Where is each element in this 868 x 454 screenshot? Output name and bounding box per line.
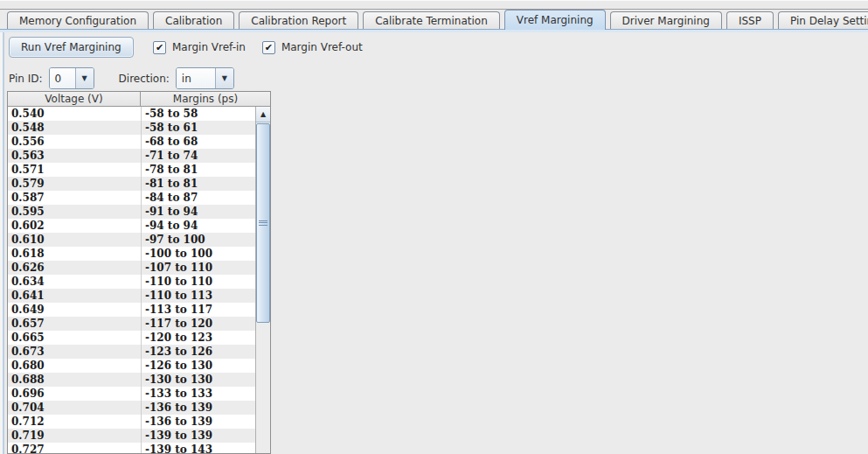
margins-cell: -130 to 130 (141, 373, 255, 387)
margins-cell: -126 to 130 (141, 359, 255, 373)
chevron-down-icon[interactable]: ▼ (75, 68, 94, 88)
window-top-strip (0, 0, 868, 10)
tab-vref-margining[interactable]: Vref Margining (504, 10, 606, 30)
voltage-cell: 0.657 (8, 317, 141, 331)
table-row[interactable]: 0.563-71 to 74 (8, 149, 255, 163)
table-row[interactable]: 0.657-117 to 120 (8, 317, 255, 331)
voltage-cell: 0.610 (8, 233, 141, 247)
voltage-cell: 0.540 (8, 107, 141, 121)
vertical-scrollbar[interactable]: ▲ (255, 107, 270, 453)
margins-cell: -58 to 61 (141, 121, 255, 135)
pin-id-label: Pin ID: (9, 73, 43, 85)
table-row[interactable]: 0.548-58 to 61 (8, 121, 255, 135)
margins-cell: -71 to 74 (141, 149, 255, 163)
checkbox-label: Margin Vref-out (281, 41, 363, 53)
table-row[interactable]: 0.602-94 to 94 (8, 219, 255, 233)
chevron-down-icon[interactable]: ▼ (215, 68, 233, 88)
table-rows: 0.540-58 to 580.548-58 to 610.556-68 to … (8, 107, 255, 453)
scroll-up-icon: ▲ (260, 110, 266, 118)
voltage-cell: 0.579 (8, 177, 141, 191)
table-row[interactable]: 0.641-110 to 113 (8, 289, 255, 303)
voltage-cell: 0.719 (8, 429, 141, 443)
margins-cell: -91 to 94 (141, 205, 255, 219)
tab-panel-highlight-line (0, 30, 868, 32)
scroll-up-button[interactable]: ▲ (256, 107, 270, 122)
margin-vref-in-checkbox[interactable]: ✔Margin Vref-in (153, 41, 246, 54)
direction-label: Direction: (119, 73, 170, 85)
pin-id-value: 0 (50, 68, 75, 88)
pin-id-select[interactable]: 0 ▼ (49, 67, 94, 89)
margins-table: Voltage (V) Margins (ps) 0.540-58 to 580… (7, 91, 271, 454)
direction-select[interactable]: in ▼ (176, 67, 234, 89)
scrollbar-thumb[interactable] (256, 123, 270, 323)
table-row[interactable]: 0.556-68 to 68 (8, 135, 255, 149)
margins-cell: -110 to 113 (141, 289, 255, 303)
margin-checkbox-group: ✔Margin Vref-in✔Margin Vref-out (153, 39, 363, 55)
tab-driver-margining[interactable]: Driver Margining (610, 11, 722, 30)
margins-cell: -133 to 133 (141, 387, 255, 401)
margins-cell: -68 to 68 (141, 135, 255, 149)
tab-issp[interactable]: ISSP (726, 11, 774, 30)
checkbox-checked-icon[interactable]: ✔ (262, 41, 275, 54)
voltage-cell: 0.649 (8, 303, 141, 317)
table-row[interactable]: 0.634-110 to 110 (8, 275, 255, 289)
voltage-cell: 0.673 (8, 345, 141, 359)
table-row[interactable]: 0.579-81 to 81 (8, 177, 255, 191)
tab-calibrate-termination[interactable]: Calibrate Termination (363, 11, 500, 30)
margins-cell: -58 to 58 (141, 107, 255, 121)
margins-cell: -139 to 139 (141, 429, 255, 443)
voltage-cell: 0.548 (8, 121, 141, 135)
column-header-voltage[interactable]: Voltage (V) (8, 92, 141, 106)
vref-margining-screen: Memory ConfigurationCalibrationCalibrati… (0, 0, 868, 454)
table-row[interactable]: 0.719-139 to 139 (8, 429, 255, 443)
margins-cell: -97 to 100 (141, 233, 255, 247)
voltage-cell: 0.602 (8, 219, 141, 233)
margins-cell: -120 to 123 (141, 331, 255, 345)
voltage-cell: 0.556 (8, 135, 141, 149)
table-row[interactable]: 0.712-136 to 139 (8, 415, 255, 429)
voltage-cell: 0.587 (8, 191, 141, 205)
table-row[interactable]: 0.610-97 to 100 (8, 233, 255, 247)
margins-cell: -139 to 143 (141, 443, 255, 453)
voltage-cell: 0.704 (8, 401, 141, 415)
table-row[interactable]: 0.665-120 to 123 (8, 331, 255, 345)
column-header-margins[interactable]: Margins (ps) (141, 92, 270, 106)
tab-calibration-report[interactable]: Calibration Report (239, 11, 358, 30)
tab-pin-delay-settings[interactable]: Pin Delay Settings (778, 11, 868, 30)
scrollbar-grip-icon (259, 220, 267, 227)
voltage-cell: 0.727 (8, 443, 141, 453)
table-row[interactable]: 0.727-139 to 143 (8, 443, 255, 453)
table-row[interactable]: 0.688-130 to 130 (8, 373, 255, 387)
voltage-cell: 0.665 (8, 331, 141, 345)
checkbox-checked-icon[interactable]: ✔ (153, 41, 166, 54)
voltage-cell: 0.688 (8, 373, 141, 387)
margins-cell: -94 to 94 (141, 219, 255, 233)
table-row[interactable]: 0.571-78 to 81 (8, 163, 255, 177)
table-row[interactable]: 0.649-113 to 117 (8, 303, 255, 317)
margins-cell: -78 to 81 (141, 163, 255, 177)
checkbox-label: Margin Vref-in (172, 41, 246, 53)
table-header: Voltage (V) Margins (ps) (8, 92, 270, 107)
margins-cell: -113 to 117 (141, 303, 255, 317)
tab-calibration[interactable]: Calibration (153, 11, 234, 30)
voltage-cell: 0.595 (8, 205, 141, 219)
table-row[interactable]: 0.540-58 to 58 (8, 107, 255, 121)
voltage-cell: 0.626 (8, 261, 141, 275)
table-row[interactable]: 0.680-126 to 130 (8, 359, 255, 373)
table-row[interactable]: 0.587-84 to 87 (8, 191, 255, 205)
margin-vref-out-checkbox[interactable]: ✔Margin Vref-out (262, 41, 363, 54)
table-row[interactable]: 0.696-133 to 133 (8, 387, 255, 401)
voltage-cell: 0.618 (8, 247, 141, 261)
table-row[interactable]: 0.673-123 to 126 (8, 345, 255, 359)
run-vref-margining-button[interactable]: Run Vref Margining (9, 37, 134, 58)
table-row[interactable]: 0.618-100 to 100 (8, 247, 255, 261)
pin-direction-row: Pin ID: 0 ▼ Direction: in ▼ (9, 67, 234, 89)
table-body-wrap: 0.540-58 to 580.548-58 to 610.556-68 to … (8, 107, 270, 453)
margins-cell: -136 to 139 (141, 415, 255, 429)
voltage-cell: 0.563 (8, 149, 141, 163)
tab-memory-configuration[interactable]: Memory Configuration (7, 11, 149, 30)
table-row[interactable]: 0.626-107 to 110 (8, 261, 255, 275)
table-row[interactable]: 0.704-136 to 139 (8, 401, 255, 415)
table-row[interactable]: 0.595-91 to 94 (8, 205, 255, 219)
margins-cell: -107 to 110 (141, 261, 255, 275)
